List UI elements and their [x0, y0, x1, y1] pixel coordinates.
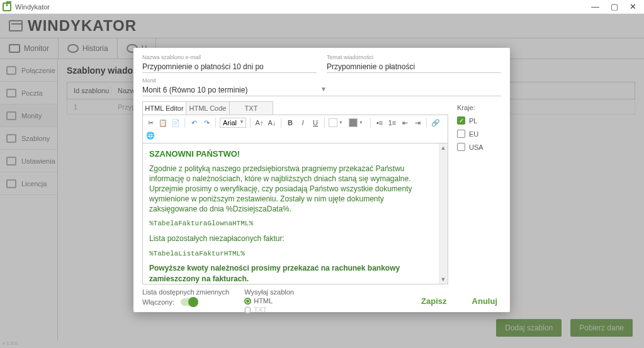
tab-html-editor[interactable]: HTML Editor — [143, 102, 186, 115]
close-button[interactable]: ✕ — [630, 2, 636, 11]
link-icon[interactable]: 🔗 — [431, 118, 441, 128]
body-para1: Zgodnie z polityką naszego przedsiębiors… — [149, 164, 434, 215]
countries-panel: Kraje: ✓PL EU USA — [457, 101, 501, 313]
radio-html[interactable]: HTML — [244, 297, 294, 305]
template-name-input[interactable]: Przypomnienie o płatności 10 dni po — [142, 61, 317, 73]
checkbox-usa[interactable]: USA — [457, 143, 501, 151]
body-code1: %TabelaFakturaGlownaHTML% — [149, 219, 434, 228]
body-code2: %TabelaListaFakturHTML% — [149, 249, 434, 259]
richtext-editor[interactable]: ▲ ▼ SZANOWNI PAŃSTWO! Zgodnie z polityką… — [142, 143, 448, 284]
text-color-picker[interactable] — [329, 118, 337, 127]
vars-link[interactable]: Lista dostępnych zmiennych — [142, 288, 229, 296]
checkbox-pl[interactable]: ✓PL — [457, 116, 501, 125]
scroll-down-icon[interactable]: ▼ — [439, 275, 448, 284]
body-heading: SZANOWNI PAŃSTWO! — [149, 149, 434, 160]
underline-icon[interactable]: U — [310, 118, 320, 128]
editor-toolbar: ✂ 📋 📄 ↶ ↷ Arial A↑ A↓ B I U — [142, 115, 448, 143]
monit-select[interactable]: Monit 6 (Równo 10 po terminie) ▼ — [142, 84, 501, 96]
outdent-icon[interactable]: ⇤ — [400, 118, 410, 128]
enabled-label: Włączony: — [142, 298, 174, 306]
cut-icon[interactable]: ✂ — [145, 118, 155, 128]
enabled-toggle[interactable] — [181, 298, 197, 306]
paste-icon[interactable]: 📄 — [171, 118, 181, 128]
template-name-label: Nazwa szablonu e-mail — [142, 54, 317, 60]
subject-input[interactable]: Przypomnienie o płatności — [327, 61, 501, 73]
checkbox-eu[interactable]: EU — [457, 130, 501, 138]
font-select[interactable]: Arial — [220, 118, 246, 128]
list-number-icon[interactable]: 1≡ — [387, 118, 397, 128]
titlebar: Windykator — ▢ ✕ — [0, 0, 644, 14]
save-button[interactable]: Zapisz — [421, 296, 446, 306]
globe-icon[interactable]: 🌐 — [145, 130, 155, 140]
font-shrink-icon[interactable]: A↓ — [267, 118, 277, 128]
scroll-up-icon[interactable]: ▲ — [439, 143, 448, 152]
tab-txt[interactable]: TXT — [230, 102, 273, 115]
app-icon — [3, 3, 11, 11]
maximize-button[interactable]: ▢ — [611, 2, 618, 11]
radio-txt: TXT — [244, 306, 294, 313]
bold-icon[interactable]: B — [285, 118, 295, 128]
cancel-button[interactable]: Anuluj — [472, 296, 497, 306]
subject-label: Temat wiadomości — [327, 54, 501, 60]
monit-label: Monit — [142, 77, 156, 84]
minimize-button[interactable]: — — [591, 2, 599, 11]
tab-html-code[interactable]: HTML Code — [186, 102, 230, 115]
indent-icon[interactable]: ⇥ — [412, 118, 422, 128]
font-grow-icon[interactable]: A↑ — [254, 118, 264, 128]
send-as-label: Wysyłaj szablon — [244, 288, 294, 296]
copy-icon[interactable]: 📋 — [158, 118, 168, 128]
chevron-down-icon: ▼ — [320, 86, 501, 94]
italic-icon[interactable]: I — [298, 118, 308, 128]
countries-title: Kraje: — [457, 104, 501, 111]
body-para3: Powyższe kwoty należności prosimy przeka… — [149, 263, 434, 283]
bg-color-picker[interactable] — [349, 118, 358, 127]
body-para2: Lista pozostałych niezapłaconych faktur: — [149, 233, 434, 244]
scrollbar[interactable]: ▲ ▼ — [439, 143, 448, 284]
list-bullet-icon[interactable]: •≡ — [375, 118, 385, 128]
undo-icon[interactable]: ↶ — [189, 118, 199, 128]
redo-icon[interactable]: ↷ — [201, 118, 212, 128]
window-title: Windykator — [15, 3, 50, 11]
editor-tabs: HTML Editor HTML Code TXT — [142, 101, 273, 115]
template-dialog: Nazwa szablonu e-mail Przypomnienie o pł… — [133, 48, 510, 312]
